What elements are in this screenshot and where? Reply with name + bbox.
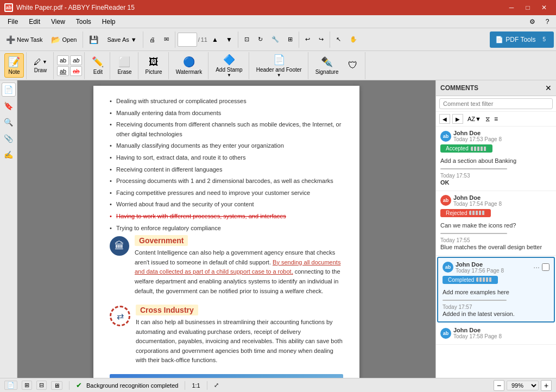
prev-page-button[interactable]: ▲ bbox=[208, 32, 222, 47]
zoom-select[interactable]: 99% 100% 75% 50% 125% 150% bbox=[507, 381, 539, 390]
redo-button[interactable]: ↪ bbox=[315, 30, 327, 49]
comments-header: COMMENTS ✕ bbox=[436, 80, 556, 96]
add-stamp-button[interactable]: 🔷 Add Stamp ▼ bbox=[212, 51, 246, 80]
comment-reply-2: Blue matches the overall design better bbox=[440, 243, 552, 251]
sidebar-bookmark-icon[interactable]: 🔖 bbox=[2, 99, 16, 113]
comment-text-2: Can we make the icons red? bbox=[440, 222, 552, 230]
sidebar-search-icon[interactable]: 🔍 bbox=[2, 115, 16, 129]
govt-title: Government bbox=[135, 235, 188, 246]
app-logo: ab bbox=[4, 3, 13, 12]
picture-button[interactable]: 🖼 Picture bbox=[142, 54, 166, 78]
crop-icon: ⊡ bbox=[244, 36, 249, 43]
open-button[interactable]: 📂 Open bbox=[47, 30, 80, 49]
next-page-button[interactable]: ▼ bbox=[223, 32, 236, 47]
rotate-button[interactable]: ↻ bbox=[254, 30, 267, 49]
help-icon[interactable]: ? bbox=[541, 16, 554, 27]
sidebar-signature-icon[interactable]: ✍ bbox=[2, 148, 16, 162]
status-page-icon[interactable]: 📄 bbox=[4, 381, 17, 390]
new-task-icon: ➕ bbox=[6, 35, 15, 44]
minimize-button[interactable]: ─ bbox=[504, 2, 519, 13]
cursor-button[interactable]: ↖ bbox=[332, 30, 345, 49]
stamp-icon: 🔷 bbox=[223, 54, 235, 66]
total-pages: 11 bbox=[201, 36, 207, 43]
comment-status-1: Accepted bbox=[440, 144, 492, 153]
comment-item-3[interactable]: ab John Doe Today 17:56 Page 8 ··· Compl… bbox=[437, 257, 555, 323]
content-area: 📄 🔖 🔍 📎 ✍ Dealing with structured or com… bbox=[0, 80, 556, 378]
page-number-input[interactable]: 8 bbox=[178, 33, 197, 47]
zoom-out-button[interactable]: − bbox=[494, 380, 504, 391]
email-button[interactable]: ✉ bbox=[160, 30, 173, 49]
toolbar-separator-6 bbox=[330, 31, 330, 48]
close-button[interactable]: ✕ bbox=[536, 2, 552, 13]
signature-button[interactable]: ✒️ Signature bbox=[312, 53, 343, 78]
text-underline-button[interactable]: ab bbox=[57, 66, 69, 76]
text-ocr-button[interactable]: ab bbox=[70, 55, 82, 65]
redo-icon: ↪ bbox=[319, 36, 324, 43]
save-button[interactable]: 💾 bbox=[85, 30, 102, 49]
menu-help[interactable]: Help bbox=[97, 17, 121, 27]
comment-meta-4: Today 17:58 Page 8 bbox=[453, 333, 502, 339]
header-footer-button[interactable]: 📄 Header and Footer ▼ bbox=[252, 51, 306, 80]
comments-search-input[interactable] bbox=[439, 98, 553, 109]
comment-author-1: John Doe bbox=[453, 130, 502, 136]
watermark-button[interactable]: 🔵 Watermark bbox=[172, 53, 206, 78]
status-fit-icon[interactable]: ⊞ bbox=[22, 381, 32, 390]
ocr-button[interactable]: ⊞ bbox=[284, 30, 296, 49]
sidebar-clip-icon[interactable]: 📎 bbox=[2, 131, 16, 146]
comment-author-3: John Doe bbox=[456, 261, 531, 268]
comment-checkbox-3[interactable] bbox=[542, 263, 549, 271]
note-button[interactable]: 📝 Note bbox=[4, 53, 24, 78]
comments-prev-button[interactable]: ◀ bbox=[439, 114, 450, 124]
comments-close-button[interactable]: ✕ bbox=[545, 84, 552, 92]
text-normal-button[interactable]: ab bbox=[57, 55, 69, 65]
erase-group: ⬜ Erase bbox=[111, 52, 138, 79]
status-separator-2 bbox=[185, 381, 185, 390]
draw-button[interactable]: 🖊 ▼ Draw bbox=[30, 55, 51, 76]
comments-sort-icon[interactable]: AZ▼ bbox=[467, 116, 481, 122]
erase-icon: ⬜ bbox=[118, 56, 130, 68]
cross-body: It can also help all businesses in strea… bbox=[136, 318, 343, 365]
text-strikethrough-button[interactable]: ab bbox=[70, 66, 82, 76]
edit-icon: ✏️ bbox=[92, 56, 104, 68]
document-page: Dealing with structured or complicated p… bbox=[93, 86, 359, 378]
sidebar-page-icon[interactable]: 📄 bbox=[2, 83, 16, 97]
status-message: Background recognition completed bbox=[86, 382, 178, 389]
pdf-tools-button[interactable]: 📄 PDF Tools 5 bbox=[490, 31, 554, 48]
undo-button[interactable]: ↩ bbox=[301, 30, 314, 49]
comments-menu-icon[interactable]: ≡ bbox=[494, 115, 498, 123]
watermark-icon: 🔵 bbox=[183, 56, 195, 68]
status-bar: 📄 ⊞ ⊟ 🖥 ✔ Background recognition complet… bbox=[0, 378, 556, 392]
comment-options-3[interactable]: ··· bbox=[533, 263, 540, 271]
comment-time-2: Today 17:55 bbox=[440, 237, 552, 243]
erase-button[interactable]: ⬜ Erase bbox=[113, 53, 135, 78]
edit-button[interactable]: ✏️ Edit bbox=[88, 53, 108, 78]
edit-toolbar: 📝 Note 🖊 ▼ Draw ab ab ab ab ✏️ Edit bbox=[0, 51, 556, 80]
new-task-button[interactable]: ➕ New Task bbox=[2, 30, 46, 49]
tools-icon: 🔧 bbox=[271, 36, 279, 43]
save-as-button[interactable]: Save As ▼ bbox=[103, 30, 140, 49]
comments-filter-icon[interactable]: ⧖ bbox=[485, 115, 490, 123]
comment-text-1: Add a section about Banking bbox=[440, 157, 552, 165]
status-view-icon[interactable]: ⊟ bbox=[36, 381, 47, 390]
settings-icon[interactable]: ⚙ bbox=[526, 16, 539, 27]
hand-button[interactable]: ✋ bbox=[346, 30, 361, 49]
menu-tools[interactable]: Tools bbox=[71, 17, 97, 27]
comment-divider-2 bbox=[440, 233, 507, 234]
undo-icon: ↩ bbox=[305, 36, 310, 43]
crop-button[interactable]: ⊡ bbox=[241, 30, 253, 49]
menu-file[interactable]: File bbox=[2, 17, 23, 27]
maximize-button[interactable]: □ bbox=[520, 2, 535, 13]
status-monitor-icon[interactable]: 🖥 bbox=[51, 381, 62, 390]
picture-icon: 🖼 bbox=[149, 56, 159, 68]
shield-button[interactable]: 🛡 bbox=[343, 57, 363, 74]
tools-button[interactable]: 🔧 bbox=[268, 30, 283, 49]
add-stamp-group: 🔷 Add Stamp ▼ bbox=[210, 52, 249, 79]
zoom-in-button[interactable]: + bbox=[541, 380, 552, 391]
comments-next-button[interactable]: ▶ bbox=[452, 114, 463, 124]
menu-edit[interactable]: Edit bbox=[23, 17, 46, 27]
comment-avatar-4: ab bbox=[440, 328, 451, 339]
document-scroll[interactable]: Dealing with structured or complicated p… bbox=[17, 80, 435, 378]
note-group: 📝 Note bbox=[2, 52, 27, 79]
print-button[interactable]: 🖨 bbox=[146, 30, 159, 49]
menu-view[interactable]: View bbox=[46, 17, 71, 27]
